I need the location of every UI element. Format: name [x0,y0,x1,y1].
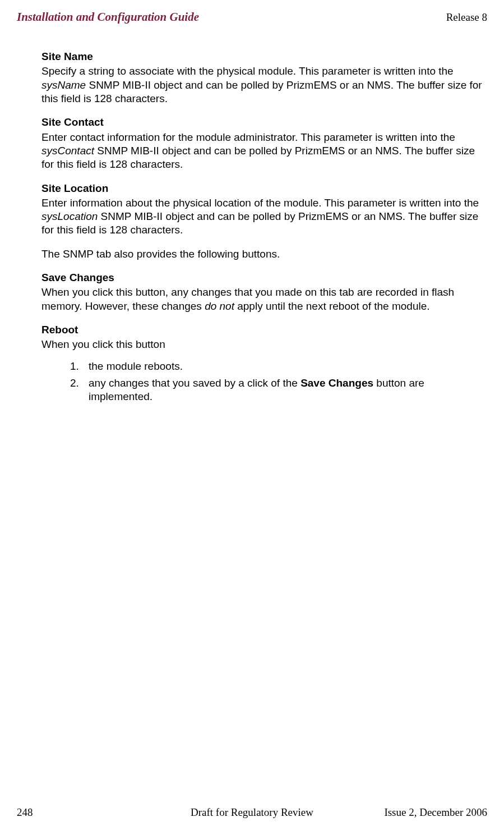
para-snmp-note: The SNMP tab also provides the following… [41,247,487,261]
footer-page-number: 248 [17,806,33,819]
text: any changes that you saved by a click of… [89,377,300,389]
italic-syslocation: sysLocation [41,210,98,222]
page-content: Site Name Specify a string to associate … [41,50,487,404]
reboot-list: the module reboots. any changes that you… [41,360,487,404]
list-item: any changes that you saved by a click of… [82,377,487,404]
heading-save-changes: Save Changes [41,271,487,284]
para-site-contact: Enter contact information for the module… [41,131,487,172]
footer-issue-date: Issue 2, December 2006 [384,806,487,819]
header-doc-title: Installation and Configuration Guide [17,10,199,24]
heading-site-name: Site Name [41,50,487,63]
text: SNMP MIB-II object and can be polled by … [41,79,482,104]
text: SNMP MIB-II object and can be polled by … [41,145,475,170]
italic-syscontact: sysContact [41,145,94,157]
list-item: the module reboots. [82,360,487,373]
bold-save-changes: Save Changes [300,377,373,389]
page-footer: 248 Draft for Regulatory Review Issue 2,… [17,806,487,819]
text: the module reboots. [89,360,183,372]
heading-reboot: Reboot [41,323,487,337]
italic-donot: do not [205,300,234,312]
para-site-location: Enter information about the physical loc… [41,196,487,237]
page-header: Installation and Configuration Guide Rel… [17,10,487,24]
text: SNMP MIB-II object and can be polled by … [41,210,478,236]
text: Enter information about the physical loc… [41,197,479,209]
page-container: Installation and Configuration Guide Rel… [0,0,504,831]
para-reboot-intro: When you click this button [41,338,487,351]
para-save-changes: When you click this button, any changes … [41,286,487,313]
text: Specify a string to associate with the p… [41,65,454,77]
text: Enter contact information for the module… [41,131,455,143]
para-site-name: Specify a string to associate with the p… [41,65,487,105]
italic-sysname: sysName [41,79,86,91]
header-release: Release 8 [446,11,487,24]
text: apply until the next reboot of the modul… [234,300,430,312]
heading-site-contact: Site Contact [41,116,487,129]
heading-site-location: Site Location [41,182,487,195]
